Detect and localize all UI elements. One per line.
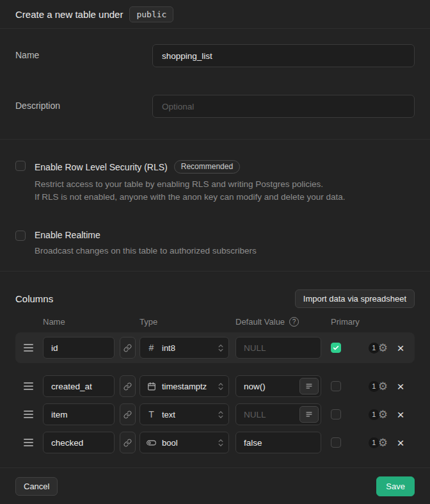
column-row: timestamptz 1 ⚙ ×: [15, 371, 415, 402]
settings-count-badge: 1: [369, 409, 379, 420]
type-icon: T: [147, 409, 156, 419]
column-row: # int8 1 ⚙ ×: [15, 332, 415, 363]
description-label: Description: [15, 95, 152, 118]
drag-handle-icon[interactable]: [24, 439, 34, 446]
rls-description: Restrict access to your table by enablin…: [35, 178, 346, 204]
suggestions-menu-icon[interactable]: [299, 378, 319, 394]
name-field-row: Name: [15, 44, 415, 67]
column-name-input[interactable]: [43, 375, 115, 397]
settings-count-badge: 1: [369, 343, 379, 354]
foreign-key-link-icon[interactable]: [120, 432, 136, 453]
primary-checkbox[interactable]: [331, 381, 341, 391]
column-type-select[interactable]: # int8: [139, 337, 229, 359]
cancel-button[interactable]: Cancel: [15, 477, 58, 496]
column-row: bool 1 ⚙ ×: [15, 427, 415, 458]
column-name-input[interactable]: [43, 337, 115, 359]
create-table-dialog: Create a new table under public Name Des…: [0, 0, 430, 504]
chevron-updown-icon: [218, 438, 224, 448]
column-name-input[interactable]: [43, 432, 115, 453]
rls-label: Enable Row Level Security (RLS): [35, 162, 168, 172]
column-type-select[interactable]: T text: [139, 403, 229, 425]
column-row: T text 1 ⚙ ×: [15, 399, 415, 430]
columns-section: Columns Import data via spreadsheet Name…: [0, 272, 430, 467]
type-icon: [147, 382, 156, 391]
chevron-updown-icon: [218, 410, 224, 419]
dialog-footer: Cancel Save: [0, 467, 430, 504]
default-value-input[interactable]: [235, 432, 321, 453]
gear-icon[interactable]: ⚙: [378, 381, 388, 392]
table-name-input[interactable]: [152, 44, 415, 67]
description-field-row: Description: [15, 95, 415, 118]
rls-checkbox[interactable]: [15, 161, 26, 171]
header-primary: Primary: [331, 317, 360, 327]
column-settings: 1 ⚙: [369, 409, 388, 420]
table-description-input[interactable]: [152, 95, 415, 118]
column-settings: 1 ⚙: [369, 343, 388, 354]
delete-column-icon[interactable]: ×: [393, 342, 408, 354]
delete-column-icon[interactable]: ×: [393, 409, 408, 421]
column-type-select[interactable]: timestamptz: [139, 375, 229, 397]
columns-title: Columns: [15, 293, 53, 304]
chevron-updown-icon: [218, 382, 224, 391]
realtime-toggle-block: Enable Realtime Broadcast changes on thi…: [15, 231, 415, 257]
settings-count-badge: 1: [369, 437, 379, 448]
type-label: int8: [162, 343, 212, 353]
default-value-wrap: [235, 432, 321, 453]
drag-handle-icon[interactable]: [24, 344, 34, 352]
column-settings: 1 ⚙: [369, 437, 388, 448]
column-name-input[interactable]: [43, 403, 115, 425]
realtime-description: Broadcast changes on this table to autho…: [35, 245, 257, 257]
type-icon: #: [147, 343, 156, 353]
foreign-key-link-icon[interactable]: [120, 403, 136, 425]
type-label: bool: [162, 438, 212, 448]
rls-toggle-block: Enable Row Level Security (RLS) Recommen…: [15, 161, 415, 204]
header-name: Name: [43, 317, 139, 327]
dialog-header: Create a new table under public: [0, 0, 430, 29]
schema-badge: public: [129, 6, 173, 22]
primary-checkbox[interactable]: [331, 343, 341, 353]
default-value-wrap: [235, 337, 321, 359]
recommended-badge: Recommended: [174, 160, 240, 174]
check-icon: [333, 345, 339, 351]
gear-icon[interactable]: ⚙: [378, 409, 388, 420]
foreign-key-link-icon[interactable]: [120, 375, 136, 397]
column-settings: 1 ⚙: [369, 381, 388, 392]
drag-handle-icon[interactable]: [24, 382, 34, 390]
default-value-input[interactable]: [235, 337, 321, 359]
realtime-checkbox[interactable]: [15, 231, 26, 241]
column-type-select[interactable]: bool: [139, 432, 229, 453]
chevron-updown-icon: [218, 343, 224, 353]
default-value-wrap: [235, 375, 321, 397]
realtime-label: Enable Realtime: [35, 230, 100, 240]
header-default-value: Default Value ?: [235, 317, 331, 327]
gear-icon[interactable]: ⚙: [378, 437, 388, 448]
import-spreadsheet-button[interactable]: Import data via spreadsheet: [295, 289, 415, 308]
delete-column-icon[interactable]: ×: [393, 437, 408, 449]
primary-checkbox[interactable]: [331, 409, 341, 419]
settings-count-badge: 1: [369, 381, 379, 392]
default-value-wrap: [235, 403, 321, 425]
foreign-key-link-icon[interactable]: [120, 337, 136, 359]
table-options-section: Enable Row Level Security (RLS) Recommen…: [0, 140, 430, 272]
columns-rows: # int8 1 ⚙ × timestamptz: [15, 332, 415, 458]
dialog-title: Create a new table under: [15, 9, 123, 20]
name-label: Name: [15, 44, 152, 67]
type-icon: [147, 439, 156, 446]
help-icon[interactable]: ?: [289, 317, 299, 327]
table-info-section: Name Description: [0, 29, 430, 140]
delete-column-icon[interactable]: ×: [393, 380, 408, 393]
primary-checkbox[interactable]: [331, 437, 341, 448]
suggestions-menu-icon[interactable]: [299, 406, 319, 423]
type-label: timestamptz: [162, 382, 212, 391]
type-label: text: [162, 410, 212, 419]
columns-table-headers: Name Type Default Value ? Primary: [15, 317, 415, 327]
drag-handle-icon[interactable]: [24, 411, 34, 418]
save-button[interactable]: Save: [376, 476, 415, 496]
header-type: Type: [139, 317, 235, 327]
gear-icon[interactable]: ⚙: [378, 343, 388, 354]
